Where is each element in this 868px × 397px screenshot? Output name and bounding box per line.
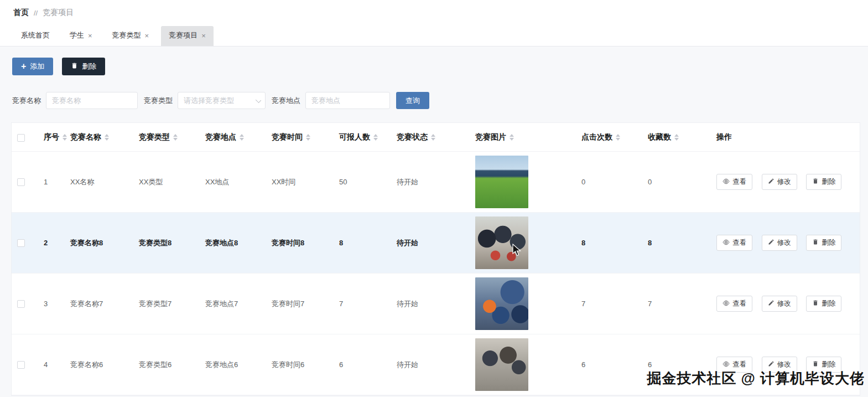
- delete-button-label: 删除: [822, 177, 835, 187]
- column-header-竞赛状态[interactable]: 竞赛状态: [391, 123, 470, 152]
- breadcrumb: 首页 // 竞赛项目: [0, 0, 868, 23]
- row-checkbox[interactable]: [17, 239, 25, 247]
- cell-capacity: 8: [334, 213, 391, 274]
- competition-image: [475, 277, 528, 330]
- location-filter-label: 竞赛地点: [272, 96, 300, 106]
- column-header-可报人数[interactable]: 可报人数: [334, 123, 391, 152]
- cell-competition-type: 竞赛类型8: [133, 213, 200, 274]
- sort-icon[interactable]: [373, 134, 378, 141]
- column-header-竞赛图片[interactable]: 竞赛图片: [470, 123, 576, 152]
- trash-icon: [812, 300, 819, 308]
- search-button-label: 查询: [406, 96, 420, 106]
- name-filter-input[interactable]: [46, 92, 138, 109]
- competition-table-card: 序号竞赛名称竞赛类型竞赛地点竞赛时间可报人数竞赛状态竞赛图片点击次数收藏数操作 …: [11, 122, 860, 396]
- cell-capacity: 6: [334, 334, 391, 395]
- edit-button-label: 修改: [777, 299, 791, 308]
- cell-actions: 查看 修改 删除: [711, 274, 860, 334]
- type-filter-select[interactable]: 请选择竞赛类型: [178, 92, 266, 109]
- row-checkbox[interactable]: [17, 361, 25, 369]
- tab-学生[interactable]: 学生×: [62, 26, 100, 46]
- edit-button-label: 修改: [777, 238, 791, 248]
- sort-icon[interactable]: [306, 134, 310, 141]
- view-button[interactable]: 查看: [716, 296, 752, 312]
- type-select-placeholder: 请选择竞赛类型: [184, 96, 234, 106]
- tab-竞赛类型[interactable]: 竞赛类型×: [105, 26, 157, 46]
- table-row[interactable]: 3 竞赛名称7 竞赛类型7 竞赛地点7 竞赛时间7 7 待开始 7 7 查看 修…: [12, 274, 860, 334]
- sort-icon[interactable]: [173, 134, 178, 141]
- cell-capacity: 7: [334, 274, 391, 334]
- location-filter-input[interactable]: [305, 92, 390, 109]
- cell-status: 待开始: [391, 274, 470, 334]
- table-row[interactable]: 1 XX名称 XX类型 XX地点 XX时间 50 待开始 0 0 查看 修改 删…: [12, 152, 860, 213]
- cell-competition-location: XX地点: [200, 152, 266, 213]
- sort-icon[interactable]: [674, 134, 679, 141]
- view-button[interactable]: 查看: [716, 174, 752, 190]
- add-button[interactable]: + 添加: [12, 58, 53, 75]
- view-button[interactable]: 查看: [716, 235, 752, 251]
- cell-status: 待开始: [391, 213, 470, 274]
- column-header-操作: 操作: [711, 123, 860, 152]
- cell-competition-time: 竞赛时间7: [266, 274, 334, 334]
- table-row[interactable]: 2 竞赛名称8 竞赛类型8 竞赛地点8 竞赛时间8 8 待开始 8 8 查看 修…: [12, 213, 860, 274]
- cell-competition-type: XX类型: [133, 152, 200, 213]
- cell-click-count: 6: [576, 334, 642, 395]
- tab-系统首页[interactable]: 系统首页: [13, 26, 58, 46]
- trash-icon: [812, 178, 819, 186]
- eye-icon: [723, 300, 730, 308]
- column-header-竞赛时间[interactable]: 竞赛时间: [266, 123, 334, 152]
- cell-favorite-count: 8: [642, 213, 711, 274]
- column-header-点击次数[interactable]: 点击次数: [576, 123, 642, 152]
- toolbar: + 添加 删除: [0, 47, 868, 75]
- delete-button-toolbar[interactable]: 删除: [62, 58, 105, 75]
- column-header-竞赛名称[interactable]: 竞赛名称: [65, 123, 133, 152]
- trash-icon: [71, 62, 78, 71]
- sort-icon[interactable]: [510, 134, 514, 141]
- breadcrumb-separator: //: [34, 9, 38, 17]
- sort-icon[interactable]: [240, 134, 244, 141]
- tab-close-icon[interactable]: ×: [88, 32, 92, 39]
- cell-competition-location: 竞赛地点8: [200, 213, 266, 274]
- chevron-down-icon: [256, 97, 261, 103]
- cell-index: 2: [38, 213, 65, 274]
- pencil-icon: [768, 178, 775, 186]
- table-body: 1 XX名称 XX类型 XX地点 XX时间 50 待开始 0 0 查看 修改 删…: [12, 152, 860, 395]
- tab-竞赛项目[interactable]: 竞赛项目×: [161, 26, 214, 46]
- row-delete-button[interactable]: 删除: [806, 296, 841, 312]
- table-header-row: 序号竞赛名称竞赛类型竞赛地点竞赛时间可报人数竞赛状态竞赛图片点击次数收藏数操作: [12, 123, 860, 152]
- pencil-icon: [768, 300, 775, 308]
- edit-button-label: 修改: [777, 177, 791, 187]
- row-checkbox[interactable]: [17, 300, 25, 308]
- cell-index: 1: [38, 152, 65, 213]
- cell-competition-location: 竞赛地点6: [200, 334, 266, 395]
- sort-icon[interactable]: [616, 134, 620, 141]
- edit-button[interactable]: 修改: [762, 174, 797, 190]
- cell-competition-name: 竞赛名称6: [65, 334, 133, 395]
- column-header-竞赛类型[interactable]: 竞赛类型: [133, 123, 200, 152]
- view-button-label: 查看: [732, 360, 746, 369]
- edit-button[interactable]: 修改: [762, 296, 797, 312]
- competition-image: [475, 338, 528, 391]
- select-all-checkbox[interactable]: [17, 134, 25, 142]
- column-header-收藏数[interactable]: 收藏数: [642, 123, 711, 152]
- sort-icon[interactable]: [105, 134, 109, 141]
- sort-icon[interactable]: [431, 134, 435, 141]
- cell-favorite-count: 7: [642, 274, 711, 334]
- cell-click-count: 8: [576, 213, 642, 274]
- add-button-label: 添加: [30, 61, 44, 71]
- breadcrumb-home[interactable]: 首页: [13, 8, 29, 18]
- tab-close-icon[interactable]: ×: [145, 32, 149, 39]
- delete-button-label: 删除: [822, 238, 835, 248]
- edit-button[interactable]: 修改: [762, 235, 797, 251]
- row-delete-button[interactable]: 删除: [806, 174, 841, 190]
- cell-click-count: 0: [576, 152, 642, 213]
- tab-close-icon[interactable]: ×: [201, 32, 206, 39]
- cell-competition-name: 竞赛名称7: [65, 274, 133, 334]
- sort-icon[interactable]: [63, 134, 67, 141]
- row-checkbox[interactable]: [17, 178, 25, 186]
- column-header-竞赛地点[interactable]: 竞赛地点: [200, 123, 266, 152]
- eye-icon: [723, 178, 730, 186]
- row-delete-button[interactable]: 删除: [806, 235, 841, 251]
- search-button[interactable]: 查询: [396, 92, 429, 109]
- column-header-序号[interactable]: 序号: [38, 123, 65, 152]
- filter-bar: 竞赛名称 竞赛类型 请选择竞赛类型 竞赛地点 查询: [0, 75, 868, 109]
